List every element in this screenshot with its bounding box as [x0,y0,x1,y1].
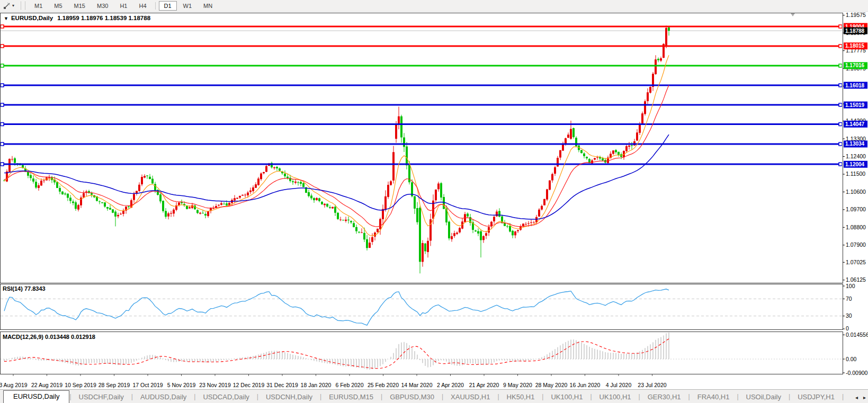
candle-body [302,183,305,187]
line-anchor-handle[interactable] [839,123,842,126]
chart-tab-usdcad-daily[interactable]: USDCAD,Daily [195,391,256,403]
candle-body [512,231,514,235]
line-anchor-handle[interactable] [839,142,842,146]
candle-body [657,59,659,60]
candle-body [456,232,458,234]
line-anchor-handle[interactable] [1,123,4,126]
candle-body [75,202,77,209]
candle-body [247,193,249,195]
candle-body [382,209,384,219]
chart-tab-audusd-daily[interactable]: AUDUSD,Daily [133,391,194,403]
price-chart-canvas[interactable]: 1.195751.186751.177751.168751.159751.150… [0,0,868,389]
collapse-icon[interactable]: ▼ [4,16,8,21]
chart-tab-usdcnh-daily[interactable]: USDCNH,Daily [258,391,320,403]
date-axis-label: 21 Apr 2020 [469,382,499,388]
price-axis-label: 1.06125 [846,276,866,283]
candle-body [204,214,207,216]
line-anchor-handle[interactable] [839,103,842,106]
candle-body [56,182,58,188]
line-anchor-handle[interactable] [839,44,842,48]
panel-frame [1,284,843,330]
candle-body [207,211,209,216]
candle-body [170,213,172,213]
candle-body [345,220,347,221]
candle-body [525,224,527,225]
candle-body [403,138,405,147]
candle-body [541,206,543,210]
candle-body [199,213,201,214]
candle-body [390,181,392,185]
candle-body [665,28,667,47]
chart-tab-dj30-m15[interactable]: DJ30,M15 [844,391,844,403]
candle-body [586,157,588,158]
chart-tab-uk100-h1[interactable]: UK100,H1 [592,391,639,403]
candle-body [167,213,169,217]
chart-tab-usdchf-daily[interactable]: USDCHF,Daily [71,391,131,403]
line-anchor-handle[interactable] [1,142,4,146]
candle-body [570,129,572,139]
candle-body [318,198,320,201]
chart-tab-eurusd-daily[interactable]: EURUSD,Daily [3,390,69,403]
line-anchor-handle[interactable] [1,25,4,28]
candle-body [377,229,379,232]
candle-body [551,174,553,181]
candle-body [353,223,355,227]
candle-body [384,196,387,210]
chart-shift-marker [791,13,795,16]
candle-body [509,226,511,232]
candle-body [527,223,530,223]
candle-body [612,150,614,154]
line-anchor-handle[interactable] [839,64,842,67]
candle-body [218,205,220,205]
candle-body [310,195,312,198]
macd-indicator-label: MACD(12,26,9) 0.013448 0.012918 [3,334,95,340]
price-level-tag-text: 1.15019 [845,102,865,108]
candle-body [141,177,143,184]
line-anchor-handle[interactable] [1,103,4,106]
line-anchor-handle[interactable] [839,25,842,28]
candle-body [366,239,368,248]
candle-body [580,150,583,153]
candle-body [559,150,561,158]
chart-tab-usoil-daily[interactable]: USOil,Daily [739,391,789,403]
chart-tab-eurusd-m15[interactable]: EURUSD,M15 [321,391,381,403]
tabs-scroll-left-button[interactable]: ◂ [855,395,858,401]
candle-body [321,202,323,204]
line-anchor-handle[interactable] [839,84,842,87]
candle-body [602,158,604,160]
candle-body [485,233,487,236]
chart-tabs-bar: EURUSD,Daily|USDCHF,Daily|AUDUSD,Daily|U… [0,389,868,403]
candle-body [308,192,310,196]
line-anchor-handle[interactable] [1,163,4,166]
chart-tab-xauusd-h1[interactable]: XAUUSD,H1 [443,391,497,403]
line-anchor-handle[interactable] [839,163,842,166]
price-axis-label: 1.10600 [846,189,866,195]
line-anchor-handle[interactable] [1,64,4,67]
candle-body [498,211,500,217]
line-anchor-handle[interactable] [1,84,4,87]
candle-body [655,59,657,74]
price-level-tag-text: 1.13034 [845,141,865,147]
tabs-scroll-right-button[interactable]: ▸ [863,395,866,401]
panel-frame [1,332,843,374]
chart-tab-fra40-h1[interactable]: FRA40,H1 [690,391,737,403]
candle-body [189,207,191,208]
rsi-axis-label: 0 [846,325,849,332]
date-axis-label: 23 Jul 2020 [638,382,666,388]
candle-body [392,152,395,181]
candle-body [644,101,646,114]
candle-body [109,208,111,210]
candle-body [355,227,357,231]
candle-body [276,167,278,168]
chart-tab-hk50-h1[interactable]: HK50,H1 [499,391,542,403]
candle-body [162,201,164,211]
chart-tab-ger30-h1[interactable]: GER30,H1 [640,391,688,403]
chart-tab-gbpusd-m30[interactable]: GBPUSD,M30 [382,391,442,403]
chart-tab-uk100-h1[interactable]: UK100,H1 [543,391,590,403]
chart-tab-usdjpy-h1[interactable]: USDJPY,H1 [790,391,842,403]
moving-average-line-8[interactable] [4,55,669,236]
candle-body [252,187,254,191]
candle-body [244,195,246,195]
line-anchor-handle[interactable] [1,44,4,48]
rsi-line [4,289,669,325]
